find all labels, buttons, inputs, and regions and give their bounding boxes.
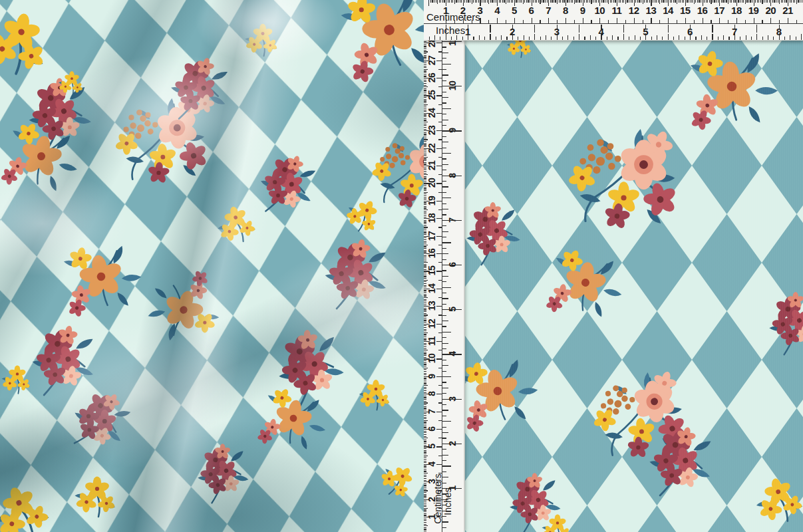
tick: [550, 0, 551, 3]
tick: [442, 343, 448, 344]
tick: [424, 53, 426, 54]
tick: [429, 37, 430, 40]
tick: [424, 331, 426, 331]
tick: [442, 365, 448, 366]
tick: [442, 41, 462, 42]
tick: [424, 346, 426, 347]
tick: [424, 471, 426, 471]
tick: [442, 315, 446, 316]
tick: [430, 0, 431, 3]
tick: [677, 0, 677, 4]
tick: [748, 0, 749, 3]
horizontal-ruler-inches-label: Inches: [436, 25, 465, 36]
cm-number: 16: [426, 249, 437, 259]
tick: [784, 37, 785, 40]
tick: [629, 0, 629, 3]
tick: [673, 37, 674, 40]
tick: [511, 0, 512, 3]
tick: [692, 0, 693, 3]
tick: [436, 341, 442, 342]
tick: [442, 332, 451, 332]
tick: [424, 450, 426, 451]
tick: [658, 0, 659, 3]
tick: [506, 0, 506, 4]
cm-number: 11: [612, 5, 622, 16]
tick: [468, 0, 468, 3]
tick: [607, 0, 607, 3]
tick: [499, 0, 500, 3]
cm-number: 17: [426, 231, 437, 241]
cm-number: 14: [426, 284, 437, 294]
tick: [701, 0, 701, 3]
tick: [738, 0, 738, 3]
tick: [590, 35, 591, 40]
tick: [442, 438, 446, 438]
tick: [504, 0, 504, 3]
tick: [579, 0, 579, 3]
tick: [501, 35, 502, 40]
cm-number: 10: [594, 5, 605, 16]
tick: [574, 0, 575, 4]
tick: [586, 0, 587, 3]
tick: [442, 80, 446, 81]
tick: [442, 130, 462, 131]
tick: [424, 417, 426, 418]
tick: [675, 0, 675, 3]
tick: [424, 155, 426, 156]
tick: [424, 206, 426, 207]
tick: [617, 18, 617, 23]
tick: [424, 67, 426, 68]
tick: [608, 0, 609, 4]
tick: [538, 0, 539, 3]
vertical-ruler: 1234567891011121314151617181920212223242…: [424, 40, 464, 532]
tick: [424, 350, 428, 350]
tick: [599, 18, 600, 23]
vertical-ruler-inches-label: Inches: [442, 487, 453, 515]
tick: [762, 0, 762, 4]
tick: [516, 0, 516, 3]
tick: [790, 0, 790, 3]
tick: [567, 35, 568, 40]
tick: [563, 0, 564, 3]
tick: [726, 0, 726, 3]
tick: [434, 35, 435, 40]
tick: [634, 18, 635, 23]
tick: [424, 51, 428, 52]
tick: [740, 37, 740, 40]
tick: [442, 337, 446, 338]
tick: [772, 0, 773, 3]
tick: [750, 0, 750, 3]
tick: [514, 18, 515, 23]
tick: [647, 0, 648, 3]
tick: [798, 0, 798, 3]
tick: [545, 0, 546, 3]
tick: [440, 0, 441, 3]
tick: [623, 34, 624, 41]
tick: [718, 0, 719, 3]
tick: [794, 0, 795, 3]
tick: [663, 0, 663, 3]
tick: [442, 360, 446, 360]
tick: [743, 0, 744, 3]
tick: [733, 0, 734, 3]
tick: [436, 0, 436, 3]
tick: [442, 176, 462, 176]
cm-number: 19: [426, 196, 437, 206]
tick: [482, 0, 482, 3]
tick: [601, 0, 602, 3]
fabric-product-photo: 1234567891011121314151617181920212223242…: [0, 0, 803, 532]
tick: [790, 35, 790, 40]
tick: [424, 422, 426, 422]
horizontal-ruler-divider: [424, 23, 803, 24]
tick: [442, 158, 446, 159]
tick: [603, 0, 603, 3]
cm-number: 10: [426, 354, 437, 364]
tick: [454, 0, 455, 4]
tick: [448, 0, 448, 3]
tick: [424, 525, 428, 526]
tick: [478, 0, 479, 3]
tick: [736, 18, 737, 23]
tick: [424, 85, 426, 86]
tick: [607, 37, 607, 40]
tick: [424, 311, 426, 312]
